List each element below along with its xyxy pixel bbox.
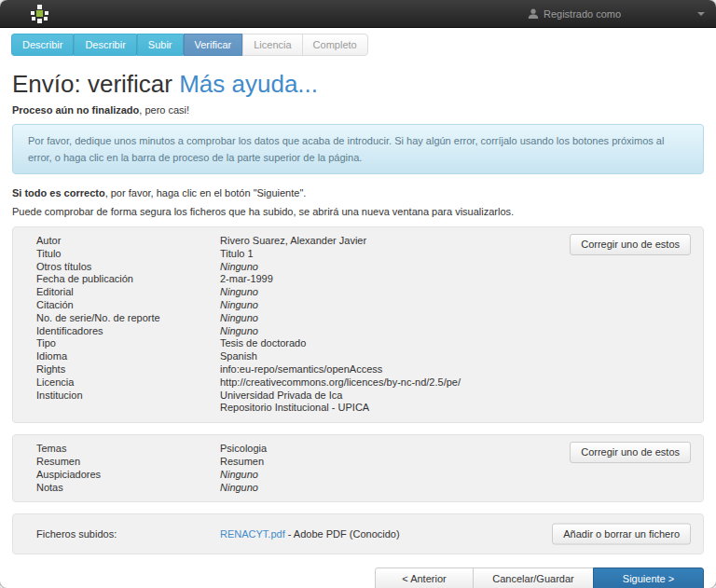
field-value-line: info:eu-repo/semantics/openAccess (220, 363, 550, 376)
metadata-row: Otros títulosNinguno (36, 261, 690, 274)
correct-one-of-these-button[interactable]: Corregir uno de estos (570, 442, 691, 463)
field-label: Fecha de publicación (36, 273, 220, 286)
field-value-line: Resumen (220, 456, 550, 469)
previous-button[interactable]: < Anterior (375, 567, 474, 588)
field-value-line: Ninguno (220, 325, 550, 338)
field-value-line: Universidad Privada de Ica (220, 390, 550, 403)
field-value: Universidad Privada de IcaRepositorio In… (220, 390, 690, 416)
field-value-line: Ninguno (220, 299, 550, 312)
progress-steps: DescribirDescribirSubirVerificarLicencia… (11, 34, 368, 56)
metadata-row: EditorialNinguno (36, 286, 690, 299)
top-navbar: Registrado como (0, 0, 716, 28)
metadata-row: IdiomaSpanish (36, 350, 690, 363)
field-value: Ninguno (220, 325, 690, 338)
uploaded-files-panel: Ficheros subidos: RENACYT.pdf - Adobe PD… (12, 513, 704, 554)
field-label: Otros títulos (36, 261, 220, 274)
field-value: 2-mar-1999 (220, 273, 690, 286)
field-value: Tesis de doctorado (220, 337, 690, 350)
user-icon (528, 8, 539, 20)
correct-one-of-these-button[interactable]: Corregir uno de estos (570, 234, 691, 255)
next-button[interactable]: Siguiente > (593, 567, 704, 588)
field-value-line: Rivero Suarez, Alexander Javier (220, 235, 550, 248)
field-value-line: Ninguno (220, 469, 550, 482)
metadata-row: InstitucionUniversidad Privada de IcaRep… (36, 390, 690, 416)
field-value-line: 2-mar-1999 (220, 273, 550, 286)
instruction-line: Si todo es correcto, por favor, haga cli… (12, 187, 704, 198)
field-label: Resumen (36, 456, 220, 469)
file-description: - Adobe PDF (Conocido) (285, 528, 400, 540)
metadata-sections: AutorRivero Suarez, Alexander JavierTitu… (12, 226, 704, 502)
progress-step-1-describir[interactable]: Describir (74, 34, 136, 56)
field-label: Notas (36, 482, 220, 495)
field-value-line: Tesis de doctorado (220, 337, 550, 350)
metadata-row: CitaciónNinguno (36, 299, 690, 312)
logged-in-dropdown[interactable]: Registrado como (528, 8, 705, 20)
cancel-save-button[interactable]: Cancelar/Guardar (473, 567, 594, 588)
file-link[interactable]: RENACYT.pdf (220, 528, 285, 540)
files-note-text: Puede comprobar de forma segura los fich… (12, 206, 514, 217)
field-value-line: Repositorio Institucional - UPICA (220, 402, 550, 415)
metadata-row: TipoTesis de doctorado (36, 337, 690, 350)
file-entry: RENACYT.pdf - Adobe PDF (Conocido) (220, 528, 400, 540)
info-alert-text: Por favor, dedique unos minutos a compro… (28, 135, 664, 163)
field-value: Ninguno (220, 286, 690, 299)
field-label: Institucion (36, 390, 220, 416)
progress-step-4-licencia[interactable]: Licencia (242, 34, 302, 56)
field-label: Licencia (36, 376, 220, 390)
field-value-line: Titulo 1 (220, 248, 550, 261)
field-value: Ninguno (220, 261, 690, 274)
metadata-row: NotasNinguno (36, 482, 690, 495)
field-value: Ninguno (220, 299, 690, 312)
metadata-rows: AutorRivero Suarez, Alexander JavierTitu… (36, 235, 690, 415)
metadata-panel: AutorRivero Suarez, Alexander JavierTitu… (12, 226, 704, 423)
field-label: Identificadores (36, 325, 220, 338)
instruction-rest: , por favor, haga clic en el botón "Sigu… (105, 187, 307, 198)
instruction-bold: Si todo es correcto (12, 187, 105, 198)
files-label: Ficheros subidos: (36, 528, 220, 540)
field-label: Auspiciadores (36, 469, 220, 482)
field-value-line: Ninguno (220, 482, 550, 495)
field-value-line: Ninguno (220, 261, 550, 274)
field-value: info:eu-repo/semantics/openAccess (220, 363, 690, 376)
field-label: Temas (36, 443, 220, 456)
field-value: Ninguno (220, 312, 690, 325)
chevron-down-icon (697, 12, 705, 16)
field-label: No. de serie/No. de reporte (36, 312, 220, 325)
field-value: http://creativecommons.org/licences/by-n… (220, 376, 690, 390)
field-value-line: Psicologia (220, 443, 550, 456)
metadata-row: Licenciahttp://creativecommons.org/licen… (36, 376, 690, 390)
field-label: Citación (36, 299, 220, 312)
metadata-row: AuspiciadoresNinguno (36, 469, 690, 482)
footer-button-group: < Anterior Cancelar/Guardar Siguiente > (12, 567, 704, 588)
field-value-line: Spanish (220, 350, 550, 363)
metadata-row: IdentificadoresNinguno (36, 325, 690, 338)
metadata-row: Fecha de publicación2-mar-1999 (36, 273, 690, 286)
field-value-line: http://creativecommons.org/licences/by-n… (220, 376, 550, 390)
field-label: Editorial (36, 286, 220, 299)
field-label: Idioma (36, 350, 220, 363)
progress-step-5-completo[interactable]: Completo (302, 34, 368, 56)
status-bold: Proceso aún no finalizado (12, 104, 139, 116)
logged-in-label: Registrado como (544, 8, 621, 20)
field-label: Tipo (36, 337, 220, 350)
progress-step-3-verificar[interactable]: Verificar (184, 34, 243, 56)
metadata-panel: TemasPsicologiaResumenResumenAuspiciador… (12, 434, 704, 502)
files-note: Puede comprobar de forma segura los fich… (12, 206, 704, 217)
add-remove-file-button[interactable]: Añadir o borrar un fichero (552, 524, 691, 545)
progress-step-2-subir[interactable]: Subir (137, 34, 184, 56)
field-value: Spanish (220, 350, 690, 363)
field-value-line: Ninguno (220, 312, 550, 325)
metadata-row: Rightsinfo:eu-repo/semantics/openAccess (36, 363, 690, 376)
field-value: Ninguno (220, 482, 690, 495)
field-value: Ninguno (220, 469, 690, 482)
more-help-link[interactable]: Más ayuda... (179, 70, 318, 98)
field-value-line: Ninguno (220, 286, 550, 299)
field-label: Rights (36, 363, 220, 376)
field-label: Autor (36, 235, 220, 248)
page-title-text: Envío: verificar (12, 70, 179, 98)
dspace-logo-icon[interactable] (28, 4, 52, 24)
field-label: Titulo (36, 248, 220, 261)
metadata-row: No. de serie/No. de reporteNinguno (36, 312, 690, 325)
progress-step-0-describir[interactable]: Describir (11, 34, 74, 56)
browser-window: Registrado como DescribirDescribirSubirV… (0, 0, 716, 588)
